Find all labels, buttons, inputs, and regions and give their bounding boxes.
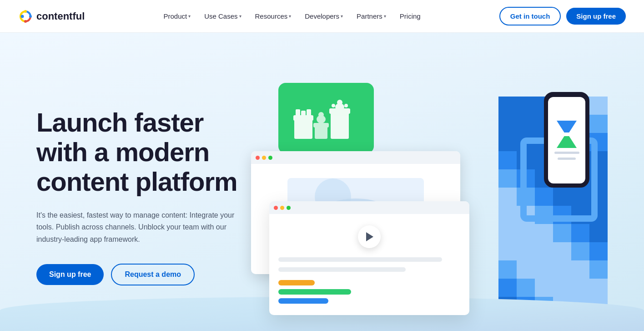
checker-cell (498, 242, 517, 260)
nav-item-product[interactable]: Product ▾ (158, 9, 196, 24)
checker-cell (553, 260, 571, 279)
checker-cell (553, 297, 571, 315)
checker-cell (571, 297, 589, 315)
checker-cell (535, 297, 553, 315)
checker-cell (535, 242, 553, 260)
logo-wordmark: contentful (36, 10, 85, 22)
checker-cell (589, 315, 608, 331)
nav-item-use-cases[interactable]: Use Cases ▾ (199, 9, 247, 24)
chevron-down-icon: ▾ (384, 14, 386, 19)
checker-cell (535, 279, 553, 297)
dot-yellow-2 (280, 206, 284, 210)
svg-rect-9 (301, 111, 306, 117)
nav-item-developers[interactable]: Developers ▾ (299, 9, 348, 24)
svg-point-3 (29, 15, 32, 18)
checker-cell (571, 260, 589, 279)
svg-rect-8 (307, 109, 311, 117)
phone-line (558, 158, 576, 160)
hero-subtitle: It's the easiest, fastest way to manage … (36, 209, 236, 245)
logo[interactable]: contentful (18, 9, 85, 24)
checker-cell (517, 242, 535, 260)
svg-point-2 (24, 10, 27, 13)
dot-red-2 (274, 206, 278, 210)
checker-cell (517, 115, 535, 133)
hero-section: Launch faster with a modern content plat… (0, 33, 644, 331)
checker-cell (498, 206, 517, 224)
checker-cell (589, 224, 608, 242)
svg-point-16 (338, 102, 341, 106)
chess-pieces-svg (290, 93, 362, 143)
progress-bar-yellow (278, 280, 315, 285)
nav-actions: Get in touch Sign up free (499, 7, 626, 25)
hero-demo-button[interactable]: Request a demo (111, 264, 195, 285)
play-triangle-icon (366, 232, 373, 241)
checker-cell (498, 97, 517, 115)
dot-green-2 (287, 206, 291, 210)
checker-cell (498, 169, 517, 188)
svg-point-1 (21, 15, 24, 18)
chevron-down-icon: ▾ (239, 14, 241, 19)
hourglass-top (557, 121, 577, 132)
checker-cell (517, 297, 535, 315)
content-line (278, 257, 442, 262)
chevron-down-icon: ▾ (341, 14, 343, 19)
browser-window-2 (269, 201, 469, 315)
content-line (278, 267, 406, 272)
browser-titlebar-2 (269, 201, 469, 214)
checker-cell (517, 97, 535, 115)
checker-cell (498, 315, 517, 331)
progress-bar-blue (278, 298, 328, 304)
svg-rect-7 (296, 109, 300, 117)
checker-cell (498, 260, 517, 279)
browser-titlebar (251, 151, 460, 164)
checker-cell (589, 242, 608, 260)
navigation: contentful Product ▾ Use Cases ▾ Resourc… (0, 0, 644, 33)
hero-content: Launch faster with a modern content plat… (36, 108, 237, 285)
nav-item-pricing[interactable]: Pricing (394, 9, 426, 24)
checker-cell (535, 224, 553, 242)
phone-mockup (544, 92, 589, 188)
checker-cell (553, 315, 571, 331)
checker-cell (571, 224, 589, 242)
checker-cell (498, 297, 517, 315)
nav-item-partners[interactable]: Partners ▾ (351, 9, 392, 24)
checker-cell (498, 188, 517, 206)
dot-red (256, 156, 260, 160)
svg-point-4 (24, 20, 27, 23)
checker-cell (498, 279, 517, 297)
svg-rect-5 (294, 118, 312, 139)
browser-content-2 (269, 214, 469, 315)
svg-rect-10 (331, 112, 349, 139)
checker-cell (498, 224, 517, 242)
get-in-touch-button[interactable]: Get in touch (499, 7, 561, 25)
hero-buttons: Sign up free Request a demo (36, 264, 237, 285)
checker-cell (553, 279, 571, 297)
checker-cell (553, 242, 571, 260)
chess-card (278, 83, 374, 153)
play-button[interactable] (358, 225, 381, 248)
phone-screen (548, 97, 585, 183)
signup-button[interactable]: Sign up free (566, 8, 626, 25)
progress-bar-green (278, 289, 351, 295)
checker-cell (589, 279, 608, 297)
checker-cell (589, 115, 608, 133)
hero-signup-button[interactable]: Sign up free (36, 264, 104, 285)
nav-item-resources[interactable]: Resources ▾ (250, 9, 297, 24)
hero-title: Launch faster with a modern content plat… (36, 108, 237, 197)
checker-cell (517, 279, 535, 297)
checker-cell (498, 151, 517, 169)
dot-green (268, 156, 272, 160)
checker-cell (535, 315, 553, 331)
nav-links: Product ▾ Use Cases ▾ Resources ▾ Develo… (158, 9, 426, 24)
checker-cell (498, 115, 517, 133)
svg-point-20 (318, 112, 324, 117)
hero-illustration: (function(){ const pattern = [ ['dark','… (237, 69, 608, 324)
checker-cell (571, 315, 589, 331)
svg-point-15 (344, 104, 348, 107)
dot-yellow (262, 156, 266, 160)
phone-line (554, 152, 579, 154)
checker-cell (498, 133, 517, 151)
hourglass-bottom (557, 136, 577, 148)
svg-point-14 (332, 104, 335, 107)
chevron-down-icon: ▾ (289, 14, 291, 19)
